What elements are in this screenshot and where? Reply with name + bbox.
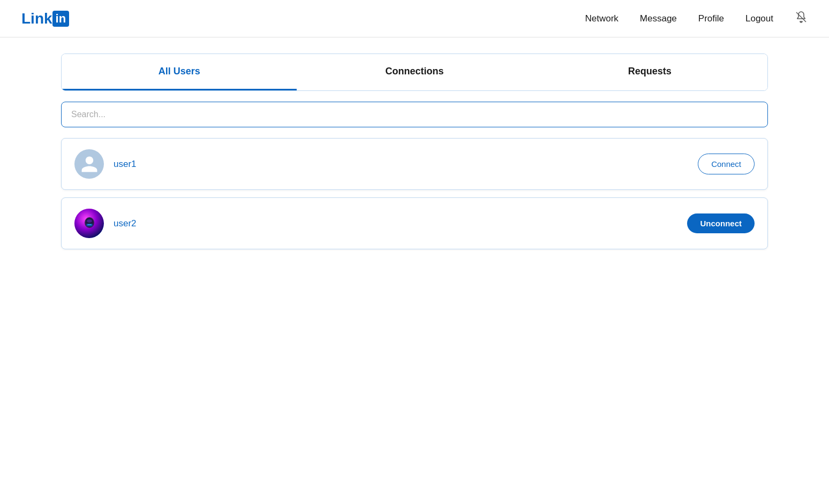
unconnect-button-user2[interactable]: Unconnect [687,213,755,233]
user-card-user2: user2 Unconnect [61,197,768,249]
notification-bell-icon[interactable] [795,11,808,27]
nav-network[interactable]: Network [585,13,618,24]
logo-box-text: in [52,11,70,27]
svg-line-0 [796,12,806,22]
user1-name: user1 [114,159,137,170]
tabs-container: All Users Connections Requests [61,54,768,91]
connect-button-user1[interactable]: Connect [698,154,755,174]
user1-avatar [74,149,104,179]
tab-connections[interactable]: Connections [297,54,532,90]
user-card-user1: user1 Connect [61,138,768,190]
nav-profile[interactable]: Profile [698,13,724,24]
user1-info: user1 [74,149,137,179]
tab-all-users[interactable]: All Users [62,54,297,90]
main-nav: Network Message Profile Logout [585,11,808,27]
main-content: All Users Connections Requests user1 Con… [50,37,779,273]
logo: Linkin [21,10,69,27]
user2-avatar-inner [74,209,104,238]
tab-requests[interactable]: Requests [532,54,767,90]
user2-name: user2 [114,218,137,229]
search-input[interactable] [61,102,768,127]
logo-link-text: Link [21,10,52,27]
svg-rect-4 [87,224,92,225]
nav-message[interactable]: Message [640,13,677,24]
header: Linkin Network Message Profile Logout [0,0,829,37]
user2-avatar [74,209,104,238]
svg-point-5 [87,219,92,223]
logo-link[interactable]: Linkin [21,10,69,27]
user2-info: user2 [74,209,137,238]
nav-logout[interactable]: Logout [745,13,773,24]
